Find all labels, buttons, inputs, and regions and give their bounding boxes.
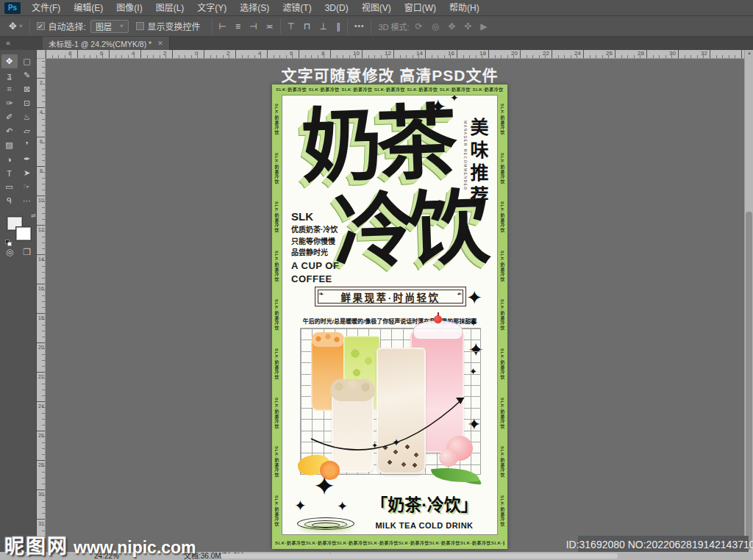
- distribute-h-icon[interactable]: ≍: [266, 21, 274, 32]
- vertical-scrollbar[interactable]: ▴: [744, 50, 753, 552]
- dropdown-value: 图层: [96, 21, 112, 32]
- vertical-scrollbar-thumb[interactable]: [746, 212, 752, 550]
- collapse-panels-icon[interactable]: «: [6, 38, 10, 47]
- align-bottom-icon[interactable]: ⊥: [319, 21, 326, 32]
- menu-item[interactable]: 帮助(H): [443, 0, 486, 16]
- border-stamp: SLK·奶茶冷饮: [499, 446, 506, 477]
- watermark: 昵图网 www.nipic.com: [4, 531, 196, 559]
- border-stamp: SLK·奶茶冷饮: [499, 299, 506, 330]
- marquee-tool[interactable]: ▢: [19, 54, 35, 68]
- menu-item[interactable]: 文件(F): [25, 0, 67, 16]
- gradient-tool[interactable]: ▨: [1, 138, 18, 152]
- horizontal-scrollbar-thumb[interactable]: [221, 553, 618, 559]
- options-bar: ✥ ˅ ✓ 自动选择: 图层 ˅ 显示变换控件 ⊢≡⊣≍ ⊤⊓⊥∥ ••• 3D…: [0, 16, 753, 37]
- align-center-v-icon[interactable]: ⊓: [304, 21, 310, 32]
- description-line-en: COFFEE: [291, 273, 374, 285]
- align-right-icon[interactable]: ⊣: [249, 21, 257, 32]
- patch-tool[interactable]: ⊡: [19, 96, 35, 110]
- zoom-tool[interactable]: ᑫ: [1, 194, 18, 208]
- cherry-decoration: [434, 315, 442, 323]
- menu-item[interactable]: 3D(D): [318, 0, 355, 16]
- 3d-mode-icons: ⟳◎✥✜▶: [415, 21, 488, 32]
- menu-item[interactable]: 图像(I): [110, 0, 149, 16]
- more-tools[interactable]: ⋯: [19, 194, 35, 208]
- distribute-v-icon[interactable]: ∥: [336, 21, 340, 32]
- border-stamp: SLK·奶茶冷饮: [274, 299, 280, 330]
- move-tool-icon[interactable]: ✥: [9, 21, 17, 32]
- menu-item[interactable]: 文字(Y): [190, 0, 233, 16]
- tool-preset-caret-icon[interactable]: ˅: [19, 23, 23, 29]
- divider: [29, 19, 30, 34]
- menu-item[interactable]: 视图(V): [355, 0, 398, 16]
- shape-tool[interactable]: ▭: [1, 180, 18, 194]
- align-center-h-icon[interactable]: ≡: [235, 21, 240, 32]
- show-transform-checkbox[interactable]: [136, 22, 144, 30]
- align-top-icon[interactable]: ⊤: [288, 21, 295, 32]
- border-stamp: SLK·奶茶冷饮: [274, 348, 280, 379]
- close-icon[interactable]: ✕: [157, 40, 163, 47]
- vertical-ruler[interactable]: 2468101214161820222426283032: [37, 59, 46, 552]
- align-left-icon[interactable]: ⊢: [219, 21, 226, 32]
- tools-grid: ✥▢ʓ✎⌗⊠✑⊡✐♨↶▱▨❜◑✒T➤▭☞ᑫ⋯: [0, 54, 36, 208]
- border-stamp: SLK·奶茶冷饮: [374, 86, 405, 93]
- border-stamp: SLK·奶茶冷饮: [440, 86, 471, 93]
- orbit-3d-icon[interactable]: ⟳: [415, 21, 423, 32]
- swap-colors-icon[interactable]: ⇄: [31, 212, 36, 219]
- frame-tool[interactable]: ⊠: [19, 82, 35, 96]
- crop-tool[interactable]: ⌗: [1, 82, 18, 96]
- slide-3d-icon[interactable]: ✜: [464, 21, 471, 32]
- path-select-tool[interactable]: ➤: [19, 166, 35, 180]
- menu-item[interactable]: 窗口(W): [398, 0, 443, 16]
- sparkle-icon: ✦: [337, 500, 348, 513]
- quick-select-tool[interactable]: ✎: [19, 68, 35, 82]
- tab-bar: « 未标题-1 @ 24.2%(CMYK/8) * ✕: [0, 37, 753, 50]
- default-colors-icon[interactable]: [5, 240, 13, 246]
- drinks-photo-grid: ✦ ✦: [300, 328, 481, 475]
- history-brush-tool[interactable]: ↶: [1, 124, 18, 138]
- side-vertical-title: 美味推荐: [465, 118, 491, 209]
- blur-tool[interactable]: ❜: [19, 138, 35, 152]
- poster-artwork: SLK·奶茶冷饮SLK·奶茶冷饮SLK·奶茶冷饮SLK·奶茶冷饮SLK·奶茶冷饮…: [272, 85, 507, 549]
- ruler-number: 26: [604, 50, 636, 57]
- dodge-tool[interactable]: ◑: [1, 152, 18, 166]
- quick-mask-icon[interactable]: ◎: [6, 247, 13, 257]
- pen-tool[interactable]: ✒: [19, 152, 35, 166]
- border-stamp: SLK·奶茶冷饮: [274, 446, 280, 477]
- hand-tool[interactable]: ☞: [19, 180, 35, 194]
- border-stamp: SLK·奶茶冷饮: [368, 539, 399, 546]
- pan-3d-icon[interactable]: ✥: [448, 21, 455, 32]
- ruler-number: 18: [37, 315, 46, 344]
- menu-item[interactable]: 选择(S): [233, 0, 276, 16]
- auto-select-checkbox[interactable]: ✓: [37, 22, 45, 30]
- type-tool[interactable]: T: [1, 166, 18, 180]
- menu-bar: Ps 文件(F)编辑(E)图像(I)图层(L)文字(Y)选择(S)滤镜(T)3D…: [0, 0, 753, 16]
- roll-3d-icon[interactable]: ◎: [432, 21, 439, 32]
- screen-mode-icon[interactable]: ❐: [23, 247, 31, 257]
- eraser-tool[interactable]: ▱: [19, 124, 35, 138]
- stamp-tool[interactable]: ♨: [19, 110, 35, 124]
- document-canvas[interactable]: 文字可随意修改 高清PSD文件 SLK·奶茶冷饮SLK·奶茶冷饮SLK·奶茶冷饮…: [46, 59, 744, 552]
- ruler-number: 4: [37, 109, 46, 138]
- ruler-number: 8: [67, 50, 99, 57]
- ruler-number: 26: [37, 432, 46, 462]
- lasso-tool[interactable]: ʓ: [1, 68, 18, 82]
- divider: [371, 19, 371, 34]
- move-tool[interactable]: ✥: [1, 54, 18, 68]
- border-stamp: SLK·奶茶冷饮: [460, 539, 491, 546]
- eyedropper-tool[interactable]: ✑: [1, 96, 18, 110]
- document-tab[interactable]: 未标题-1 @ 24.2%(CMYK/8) * ✕: [43, 37, 170, 50]
- border-stamp: SLK·奶茶冷饮: [274, 495, 280, 526]
- menu-item[interactable]: 编辑(E): [67, 0, 110, 16]
- scroll-up-icon[interactable]: ▴: [745, 50, 753, 56]
- auto-select-target-dropdown[interactable]: 图层 ˅: [90, 20, 129, 33]
- menu-item[interactable]: 滤镜(T): [276, 0, 318, 16]
- horizontal-ruler[interactable]: 10864202468101214161820222426283032: [46, 50, 746, 59]
- brush-tool[interactable]: ✐: [1, 110, 18, 124]
- border-stamp-row-top: SLK·奶茶冷饮SLK·奶茶冷饮SLK·奶茶冷饮SLK·奶茶冷饮SLK·奶茶冷饮…: [275, 85, 504, 93]
- more-options-icon[interactable]: •••: [354, 22, 365, 30]
- image-id-text: ID:31692080 NO:20220628191421437109: [566, 539, 753, 550]
- background-color-swatch[interactable]: [16, 227, 31, 240]
- menu-item[interactable]: 图层(L): [149, 0, 191, 16]
- camera-3d-icon[interactable]: ▶: [480, 21, 487, 32]
- tools-panel: ✥▢ʓ✎⌗⊠✑⊡✐♨↶▱▨❜◑✒T➤▭☞ᑫ⋯ ⇄ ◎❐: [0, 50, 37, 560]
